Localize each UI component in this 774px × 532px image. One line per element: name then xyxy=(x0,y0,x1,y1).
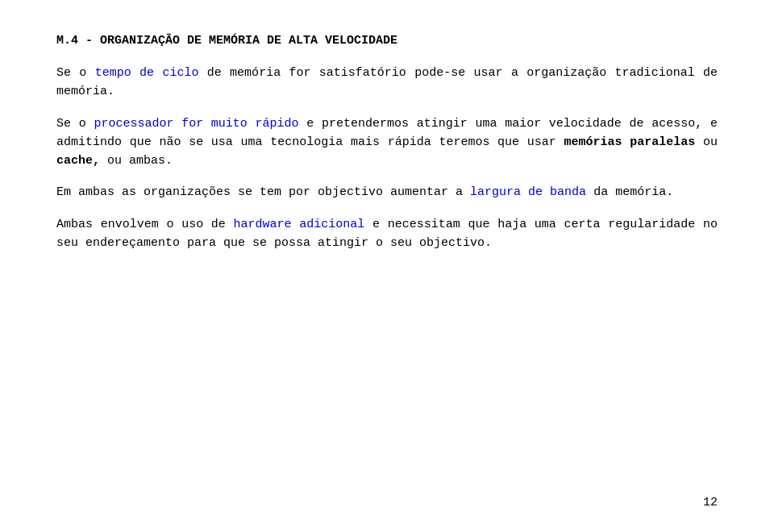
p2-text-1: Se o xyxy=(56,117,94,131)
p1-text-1: Se o xyxy=(56,66,95,80)
p4-highlight-1: hardware adicional xyxy=(234,218,365,231)
paragraph-4: Ambas envolvem o uso de hardware adicion… xyxy=(56,215,718,253)
p2-bold-2: cache, xyxy=(56,154,100,168)
p2-highlight-1: processador for muito rápido xyxy=(94,117,298,131)
paragraph-1: Se o tempo de ciclo de memória for satis… xyxy=(56,64,718,102)
paragraph-2: Se o processador for muito rápido e pret… xyxy=(56,114,718,171)
p3-text-2: da memória. xyxy=(586,185,673,199)
page-container: M.4 - ORGANIZAÇÃO DE MEMÓRIA DE ALTA VEL… xyxy=(0,0,774,532)
p2-bold-1: memórias paralelas xyxy=(564,135,696,149)
p1-highlight-1: tempo de ciclo xyxy=(95,66,199,80)
p4-text-1: Ambas envolvem o uso de xyxy=(56,218,234,231)
page-number: 12 xyxy=(703,496,718,509)
paragraph-3: Em ambas as organizações se tem por obje… xyxy=(56,183,718,202)
page-title: M.4 - ORGANIZAÇÃO DE MEMÓRIA DE ALTA VEL… xyxy=(56,32,718,49)
p2-text-3: ou xyxy=(695,135,718,149)
p3-highlight-1: largura de banda xyxy=(470,185,586,199)
p2-text-4: ou ambas. xyxy=(100,154,173,168)
p3-text-1: Em ambas as organizações se tem por obje… xyxy=(56,185,470,199)
